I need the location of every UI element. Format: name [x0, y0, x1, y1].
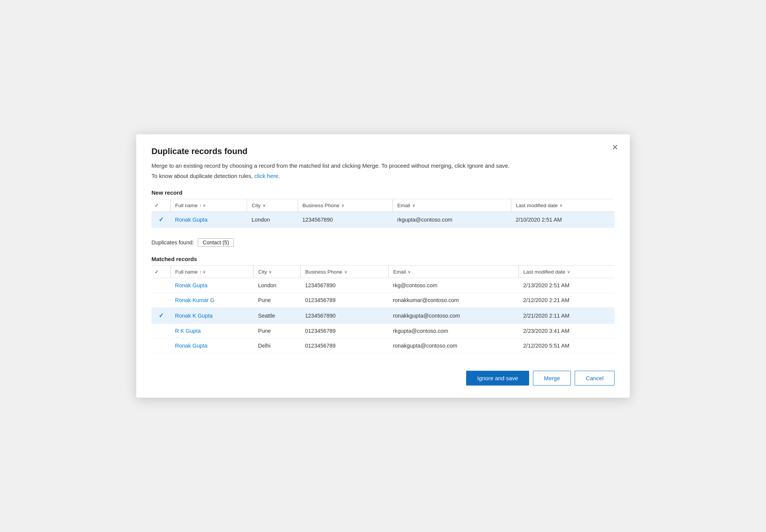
row-fullname[interactable]: Ronak Gupta	[170, 212, 247, 228]
row-phone: 0123456789	[300, 324, 388, 338]
row-lastmod: 2/10/2020 2:51 AM	[511, 212, 615, 228]
sort-fullname-new: ↑ ∨	[200, 203, 206, 208]
table-row[interactable]: R K Gupta Pune 0123456789 rkgupta@contos…	[151, 324, 615, 338]
th-city-matched[interactable]: City ∨	[254, 266, 301, 278]
dialog-description: Merge to an existing record by choosing …	[151, 162, 615, 170]
row-phone: 1234567890	[298, 212, 392, 228]
row-phone: 1234567890	[300, 278, 388, 293]
sort-city-matched: ∨	[269, 269, 272, 274]
row-lastmod: 2/13/2020 2:51 AM	[519, 278, 615, 293]
row-fullname[interactable]: R K Gupta	[170, 324, 254, 338]
sort-phone-matched: ∨	[344, 269, 347, 274]
cancel-button[interactable]: Cancel	[575, 371, 615, 386]
merge-button[interactable]: Merge	[533, 371, 571, 386]
sort-city-new: ∨	[263, 203, 266, 208]
matched-records-table: ✓ Full name ↑ ∨ City ∨ Business Phone ∨ …	[151, 265, 615, 353]
row-email: rkgupta@contoso.com	[392, 212, 511, 228]
contact-badge-button[interactable]: Contact (5)	[198, 238, 234, 247]
row-lastmod: 2/12/2020 5:51 AM	[519, 338, 615, 353]
sort-phone-new: ∨	[341, 203, 344, 208]
dialog-footer: Ignore and save Merge Cancel	[151, 367, 615, 386]
row-fullname[interactable]: Ronak Gupta	[170, 278, 254, 293]
th-email-matched[interactable]: Email ∨	[388, 266, 519, 278]
click-here-link[interactable]: click here	[254, 173, 278, 179]
sort-lastmod-matched: ∨	[567, 269, 570, 274]
th-fullname-new[interactable]: Full name ↑ ∨	[170, 199, 247, 212]
row-lastmod: 2/12/2020 2:21 AM	[519, 293, 615, 308]
row-check	[151, 293, 170, 308]
row-fullname[interactable]: Ronak Kumar G	[170, 293, 254, 308]
table-row[interactable]: Ronak Gupta London 1234567890 rkg@contos…	[151, 278, 615, 293]
record-link[interactable]: Ronak Gupta	[175, 217, 207, 223]
row-check: ✓	[151, 212, 170, 228]
th-email-new[interactable]: Email ∨	[392, 199, 511, 212]
th-check-new[interactable]: ✓	[151, 199, 170, 212]
th-phone-matched[interactable]: Business Phone ∨	[300, 266, 388, 278]
th-city-new[interactable]: City ∨	[247, 199, 298, 212]
sort-email-new: ∨	[412, 203, 415, 208]
th-lastmod-new[interactable]: Last modified date ∨	[511, 199, 615, 212]
row-email: ronakkgupta@contoso.com	[388, 308, 519, 324]
th-phone-new[interactable]: Business Phone ∨	[298, 199, 392, 212]
row-email: rkg@contoso.com	[388, 278, 519, 293]
check-icon: ✓	[159, 312, 164, 319]
duplicates-found-row: Duplicates found: Contact (5)	[151, 238, 615, 247]
row-email: ronakkumar@contoso.com	[388, 293, 519, 308]
check-icon: ✓	[159, 216, 164, 223]
matched-records-label: Matched records	[151, 256, 615, 262]
dialog-title: Duplicate records found	[151, 146, 615, 156]
row-phone: 0123456789	[300, 293, 388, 308]
row-city: Seattle	[254, 308, 301, 324]
close-button[interactable]: ✕	[610, 142, 621, 153]
row-check	[151, 324, 170, 338]
row-phone: 1234567890	[300, 308, 388, 324]
row-city: Pune	[254, 293, 301, 308]
new-record-label: New record	[151, 189, 615, 196]
th-lastmod-matched[interactable]: Last modified date ∨	[519, 266, 615, 278]
record-link[interactable]: Ronak Gupta	[175, 282, 207, 288]
table-row[interactable]: Ronak Gupta Delhi 0123456789 ronakgupta@…	[151, 338, 615, 353]
record-link[interactable]: R K Gupta	[175, 328, 201, 334]
th-check-matched[interactable]: ✓	[151, 266, 170, 278]
row-city: London	[247, 212, 298, 228]
row-check: ✓	[151, 308, 170, 324]
new-record-header-row: ✓ Full name ↑ ∨ City ∨ Business Phone ∨ …	[151, 199, 615, 212]
row-fullname[interactable]: Ronak Gupta	[170, 338, 254, 353]
row-fullname[interactable]: Ronak K Gupta	[170, 308, 254, 324]
row-email: rkgupta@contoso.com	[388, 324, 519, 338]
row-email: ronakgupta@contoso.com	[388, 338, 519, 353]
th-fullname-matched[interactable]: Full name ↑ ∨	[170, 266, 254, 278]
new-record-table: ✓ Full name ↑ ∨ City ∨ Business Phone ∨ …	[151, 199, 615, 228]
row-city: London	[254, 278, 301, 293]
table-row[interactable]: Ronak Kumar G Pune 0123456789 ronakkumar…	[151, 293, 615, 308]
row-city: Delhi	[254, 338, 301, 353]
table-row[interactable]: ✓ Ronak Gupta London 1234567890 rkgupta@…	[151, 212, 615, 228]
ignore-save-button[interactable]: Ignore and save	[466, 371, 529, 386]
sort-lastmod-new: ∨	[560, 203, 563, 208]
sort-fullname-matched: ↑ ∨	[200, 269, 206, 274]
record-link[interactable]: Ronak K Gupta	[175, 313, 213, 319]
row-check	[151, 338, 170, 353]
row-lastmod: 2/21/2020 2:11 AM	[519, 308, 615, 324]
row-lastmod: 2/23/2020 3:41 AM	[519, 324, 615, 338]
matched-records-header-row: ✓ Full name ↑ ∨ City ∨ Business Phone ∨ …	[151, 266, 615, 278]
row-city: Pune	[254, 324, 301, 338]
table-row[interactable]: ✓ Ronak K Gupta Seattle 1234567890 ronak…	[151, 308, 615, 324]
dialog-description2: To know about duplicate detection rules,…	[151, 172, 615, 181]
record-link[interactable]: Ronak Gupta	[175, 343, 207, 349]
row-phone: 0123456789	[300, 338, 388, 353]
row-check	[151, 278, 170, 293]
record-link[interactable]: Ronak Kumar G	[175, 297, 214, 303]
duplicates-found-label: Duplicates found:	[151, 239, 194, 246]
sort-email-matched: ∨	[408, 269, 411, 274]
duplicate-dialog: ✕ Duplicate records found Merge to an ex…	[136, 134, 630, 398]
